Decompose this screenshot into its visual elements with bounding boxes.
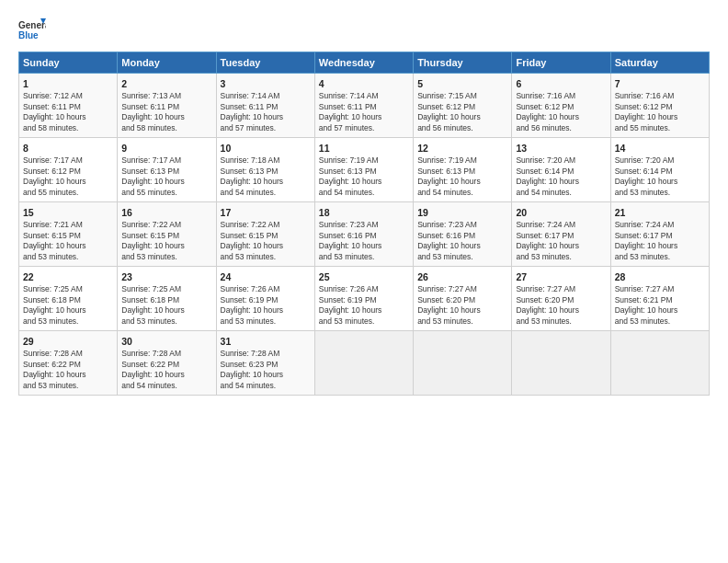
day-number: 2 <box>121 77 211 90</box>
day-info: Sunrise: 7:22 AM Sunset: 6:15 PM Dayligh… <box>221 220 311 262</box>
day-number: 11 <box>319 142 409 155</box>
col-header-sunday: Sunday <box>19 52 118 74</box>
day-number: 1 <box>23 77 113 90</box>
day-number: 10 <box>221 142 311 155</box>
logo: General Blue <box>18 17 46 44</box>
day-info: Sunrise: 7:19 AM Sunset: 6:13 PM Dayligh… <box>417 155 507 198</box>
day-cell-empty <box>414 331 512 396</box>
day-number: 4 <box>319 77 409 90</box>
day-cell-11: 11Sunrise: 7:19 AM Sunset: 6:13 PM Dayli… <box>314 138 413 202</box>
day-info: Sunrise: 7:18 AM Sunset: 6:13 PM Dayligh… <box>221 155 311 198</box>
day-info: Sunrise: 7:27 AM Sunset: 6:21 PM Dayligh… <box>615 284 705 327</box>
day-number: 8 <box>23 142 113 155</box>
col-header-tuesday: Tuesday <box>216 52 314 74</box>
day-cell-6: 6Sunrise: 7:16 AM Sunset: 6:12 PM Daylig… <box>512 74 610 138</box>
day-number: 30 <box>121 335 211 348</box>
day-cell-15: 15Sunrise: 7:21 AM Sunset: 6:15 PM Dayli… <box>19 202 118 267</box>
day-info: Sunrise: 7:14 AM Sunset: 6:11 PM Dayligh… <box>319 91 409 133</box>
day-number: 19 <box>417 206 507 219</box>
day-number: 21 <box>615 206 705 219</box>
day-number: 25 <box>319 270 409 283</box>
day-number: 31 <box>221 335 311 348</box>
day-info: Sunrise: 7:25 AM Sunset: 6:18 PM Dayligh… <box>121 284 211 327</box>
day-info: Sunrise: 7:27 AM Sunset: 6:20 PM Dayligh… <box>417 284 507 327</box>
day-cell-24: 24Sunrise: 7:26 AM Sunset: 6:19 PM Dayli… <box>216 267 314 331</box>
day-cell-empty <box>314 331 413 396</box>
day-cell-26: 26Sunrise: 7:27 AM Sunset: 6:20 PM Dayli… <box>414 267 512 331</box>
day-number: 27 <box>516 270 606 283</box>
day-cell-13: 13Sunrise: 7:20 AM Sunset: 6:14 PM Dayli… <box>512 138 610 202</box>
day-info: Sunrise: 7:26 AM Sunset: 6:19 PM Dayligh… <box>319 284 409 327</box>
day-info: Sunrise: 7:22 AM Sunset: 6:15 PM Dayligh… <box>121 220 211 262</box>
day-number: 6 <box>516 77 606 90</box>
day-cell-14: 14Sunrise: 7:20 AM Sunset: 6:14 PM Dayli… <box>610 138 709 202</box>
day-number: 12 <box>417 142 507 155</box>
day-cell-28: 28Sunrise: 7:27 AM Sunset: 6:21 PM Dayli… <box>610 267 709 331</box>
day-cell-19: 19Sunrise: 7:23 AM Sunset: 6:16 PM Dayli… <box>414 202 512 267</box>
week-row-2: 8Sunrise: 7:17 AM Sunset: 6:12 PM Daylig… <box>19 138 710 202</box>
day-cell-22: 22Sunrise: 7:25 AM Sunset: 6:18 PM Dayli… <box>19 267 118 331</box>
day-number: 23 <box>121 270 211 283</box>
day-number: 3 <box>221 77 311 90</box>
day-number: 22 <box>23 270 113 283</box>
day-cell-12: 12Sunrise: 7:19 AM Sunset: 6:13 PM Dayli… <box>414 138 512 202</box>
week-row-3: 15Sunrise: 7:21 AM Sunset: 6:15 PM Dayli… <box>19 202 710 267</box>
day-number: 13 <box>516 142 606 155</box>
logo-text-block: General Blue <box>18 17 46 44</box>
day-info: Sunrise: 7:13 AM Sunset: 6:11 PM Dayligh… <box>121 91 211 133</box>
day-cell-27: 27Sunrise: 7:27 AM Sunset: 6:20 PM Dayli… <box>512 267 610 331</box>
day-cell-3: 3Sunrise: 7:14 AM Sunset: 6:11 PM Daylig… <box>216 74 314 138</box>
day-number: 18 <box>319 206 409 219</box>
day-cell-29: 29Sunrise: 7:28 AM Sunset: 6:22 PM Dayli… <box>19 331 118 396</box>
day-cell-empty <box>512 331 610 396</box>
logo-graphic: General Blue <box>18 17 46 44</box>
day-info: Sunrise: 7:25 AM Sunset: 6:18 PM Dayligh… <box>23 284 113 327</box>
day-number: 7 <box>615 77 705 90</box>
day-cell-10: 10Sunrise: 7:18 AM Sunset: 6:13 PM Dayli… <box>216 138 314 202</box>
day-cell-17: 17Sunrise: 7:22 AM Sunset: 6:15 PM Dayli… <box>216 202 314 267</box>
day-info: Sunrise: 7:17 AM Sunset: 6:13 PM Dayligh… <box>121 155 211 198</box>
day-info: Sunrise: 7:14 AM Sunset: 6:11 PM Dayligh… <box>221 91 311 133</box>
day-info: Sunrise: 7:28 AM Sunset: 6:22 PM Dayligh… <box>121 349 211 391</box>
day-cell-25: 25Sunrise: 7:26 AM Sunset: 6:19 PM Dayli… <box>314 267 413 331</box>
calendar-table: SundayMondayTuesdayWednesdayThursdayFrid… <box>18 52 710 396</box>
col-header-monday: Monday <box>118 52 216 74</box>
day-number: 28 <box>615 270 705 283</box>
day-cell-1: 1Sunrise: 7:12 AM Sunset: 6:11 PM Daylig… <box>19 74 118 138</box>
col-header-thursday: Thursday <box>414 52 512 74</box>
day-cell-20: 20Sunrise: 7:24 AM Sunset: 6:17 PM Dayli… <box>512 202 610 267</box>
day-cell-18: 18Sunrise: 7:23 AM Sunset: 6:16 PM Dayli… <box>314 202 413 267</box>
day-number: 24 <box>221 270 311 283</box>
day-info: Sunrise: 7:17 AM Sunset: 6:12 PM Dayligh… <box>23 155 113 198</box>
week-row-5: 29Sunrise: 7:28 AM Sunset: 6:22 PM Dayli… <box>19 331 710 396</box>
day-cell-16: 16Sunrise: 7:22 AM Sunset: 6:15 PM Dayli… <box>118 202 216 267</box>
day-info: Sunrise: 7:24 AM Sunset: 6:17 PM Dayligh… <box>615 220 705 262</box>
day-cell-23: 23Sunrise: 7:25 AM Sunset: 6:18 PM Dayli… <box>118 267 216 331</box>
col-header-friday: Friday <box>512 52 610 74</box>
day-number: 15 <box>23 206 113 219</box>
day-number: 17 <box>221 206 311 219</box>
day-info: Sunrise: 7:15 AM Sunset: 6:12 PM Dayligh… <box>417 91 507 133</box>
day-number: 26 <box>417 270 507 283</box>
week-row-4: 22Sunrise: 7:25 AM Sunset: 6:18 PM Dayli… <box>19 267 710 331</box>
header: General Blue <box>18 17 710 44</box>
day-cell-21: 21Sunrise: 7:24 AM Sunset: 6:17 PM Dayli… <box>610 202 709 267</box>
day-info: Sunrise: 7:16 AM Sunset: 6:12 PM Dayligh… <box>516 91 606 133</box>
day-number: 20 <box>516 206 606 219</box>
day-number: 14 <box>615 142 705 155</box>
day-info: Sunrise: 7:28 AM Sunset: 6:23 PM Dayligh… <box>221 349 311 391</box>
day-number: 9 <box>121 142 211 155</box>
day-info: Sunrise: 7:27 AM Sunset: 6:20 PM Dayligh… <box>516 284 606 327</box>
page: General Blue SundayMondayTuesdayWednesda… <box>0 0 728 563</box>
day-info: Sunrise: 7:20 AM Sunset: 6:14 PM Dayligh… <box>615 155 705 198</box>
day-cell-empty <box>610 331 709 396</box>
day-cell-9: 9Sunrise: 7:17 AM Sunset: 6:13 PM Daylig… <box>118 138 216 202</box>
day-number: 5 <box>417 77 507 90</box>
week-row-1: 1Sunrise: 7:12 AM Sunset: 6:11 PM Daylig… <box>19 74 710 138</box>
day-info: Sunrise: 7:24 AM Sunset: 6:17 PM Dayligh… <box>516 220 606 262</box>
day-info: Sunrise: 7:23 AM Sunset: 6:16 PM Dayligh… <box>319 220 409 262</box>
day-info: Sunrise: 7:26 AM Sunset: 6:19 PM Dayligh… <box>221 284 311 327</box>
day-info: Sunrise: 7:12 AM Sunset: 6:11 PM Dayligh… <box>23 91 113 133</box>
svg-text:General: General <box>18 20 46 30</box>
day-info: Sunrise: 7:28 AM Sunset: 6:22 PM Dayligh… <box>23 349 113 391</box>
